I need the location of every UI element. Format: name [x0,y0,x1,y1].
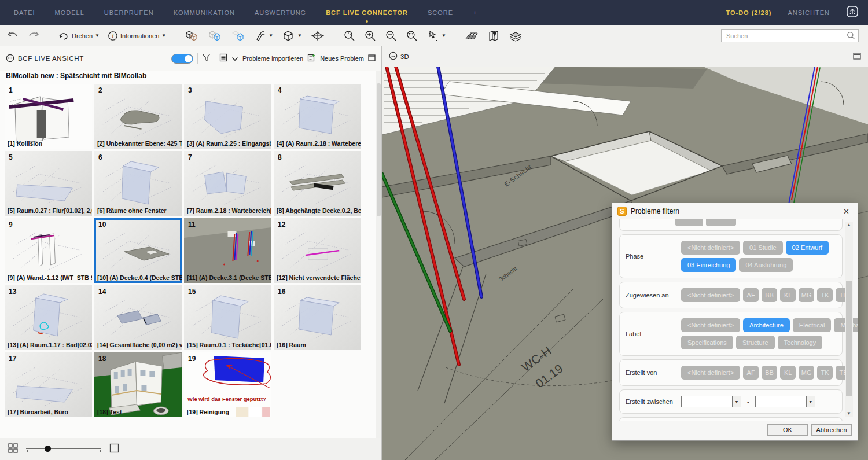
filter-pill-technology[interactable]: Technology [778,336,823,349]
spray-button[interactable]: ▼ [252,29,275,43]
filter-pill-tk[interactable]: TK [817,288,833,302]
zoom-in-icon[interactable] [362,29,378,43]
filter-pill-mg[interactable]: MG [799,366,814,380]
zoom-out-icon[interactable] [383,29,399,43]
filter-pill-04-ausf-hrung[interactable]: 04 Ausführung [739,258,793,272]
filter-pill-kl[interactable]: KL [780,288,796,302]
ok-button[interactable]: OK [767,424,808,436]
select-cubes-icon[interactable] [205,29,224,43]
issue-caption: [11] (A) Decke.3.1 (Decke STB 2 [184,274,271,283]
zoom-window-icon[interactable] [404,29,420,43]
issue-thumbnail-14[interactable]: 14[14] Gesamtfläche (0,00 m2) vö [94,285,182,350]
issue-thumbnail-17[interactable]: 17[17] Büroarbeit, Büro [5,352,92,417]
menu-item-bcf-live-connector[interactable]: BCF LIVE CONNECTOR [326,9,408,16]
filter-pill-tk[interactable]: TK [817,366,833,380]
redo-button[interactable] [25,30,42,42]
map-pin-icon[interactable] [486,29,502,43]
info-button[interactable]: i Informationen ▼ [106,30,168,42]
tab-3d[interactable]: 3D [389,51,409,61]
filter-pill-02-entwurf[interactable]: 02 Entwurf [786,241,829,255]
window-icon[interactable] [853,51,861,62]
issue-thumbnail-8[interactable]: 8[8] Abgehängte Decke.0.2, Belä [274,151,361,216]
filter-pill--nicht-definiert-[interactable]: <Nicht definiert> [681,318,740,332]
filter-pill-structure[interactable]: Structure [736,336,775,349]
view-cube-button[interactable]: ▼ [279,29,304,43]
pick-arrow-button[interactable]: ▼ [425,29,448,43]
thumbnail-size-slider[interactable] [26,444,101,454]
layers-icon[interactable] [506,29,525,43]
issue-thumbnail-11[interactable]: 11[11] (A) Decke.3.1 (Decke STB 2 [184,218,271,283]
issue-thumbnail-15[interactable]: 15[15] Raum.0.1 : Teeküche[01.08] [184,285,271,350]
menu-item-datei[interactable]: DATEI [14,9,35,16]
section-plane-icon[interactable] [308,29,327,43]
issue-thumbnail-2[interactable]: 2[2] Unbekannter Ebene: 425 TG [94,84,182,149]
filter-pill-af[interactable]: AF [743,366,759,380]
perspective-grid-icon[interactable] [462,29,481,43]
filter-pill-03-einreichung[interactable]: 03 Einreichung [681,258,736,272]
filter-pill-01-studie[interactable]: 01 Studie [743,241,782,255]
chevron-down-icon[interactable] [231,53,238,64]
live-toggle[interactable] [171,54,193,64]
issue-thumbnail-18[interactable]: 18[18] Test [94,352,182,417]
filter-pill-architecture[interactable]: Architecture [743,318,790,332]
undo-button[interactable] [5,30,21,42]
menu-item--[interactable]: + [473,9,477,16]
filter-icon[interactable] [202,53,211,64]
dialog-titlebar[interactable]: S Probleme filtern ✕ [612,203,858,219]
bimcollab-icon[interactable] [846,5,859,20]
issue-thumbnail-12[interactable]: 12[12] Nicht verwendete Fläche (1 [274,218,361,283]
panel-scrollbar[interactable] [376,71,381,438]
issue-thumbnail-13[interactable]: 13[13] (A) Raum.1.17 : Bad[02.03] [5,285,92,350]
zoom-fit-icon[interactable] [341,29,358,43]
date-from-input[interactable] [681,396,732,407]
scroll-up-icon[interactable]: ▲ [845,222,853,229]
issue-thumbnail-4[interactable]: 4[4] (A) Raum.2.18 : Wartebereich [274,84,361,149]
close-icon[interactable]: ✕ [840,206,852,217]
menu-item-modell[interactable]: MODELL [55,9,84,16]
highlight-cube-icon[interactable] [229,29,247,43]
import-issues-button[interactable]: Probleme importieren [242,55,303,62]
filter-pill-af[interactable]: AF [743,288,759,302]
menu-item-auswertung[interactable]: AUSWERTUNG [255,9,306,16]
svg-text:i: i [112,33,114,39]
section-label: Erstellt von [626,369,681,376]
issue-thumbnail-1[interactable]: 1[1] Kollision [5,84,92,149]
search-input[interactable] [721,29,859,42]
menu-item--berpr-fen[interactable]: ÜBERPRÜFEN [104,9,154,16]
rotate-button[interactable]: Drehen ▼ [56,30,101,42]
issue-thumbnail-9[interactable]: 9[9] (A) Wand.-1.12 (IWT_STB STB [5,218,92,283]
filter-pill-mg[interactable]: MG [799,288,814,302]
new-issue-button[interactable]: Neues Problem [320,55,364,62]
issue-thumbnail-10[interactable]: 10[10] (A) Decke.0.4 (Decke STB 3 [94,218,182,283]
menu-item-todo[interactable]: TO-DO (2/28) [726,9,771,16]
issue-thumbnail-16[interactable]: 16[16] Raum [274,285,361,350]
menu-item-ansichten[interactable]: ANSICHTEN [788,9,830,16]
chevron-down-icon[interactable]: ▼ [806,396,815,407]
grid-view-icon[interactable] [8,443,18,455]
filter-pill--nicht-definiert-[interactable]: <Nicht definiert> [681,366,740,380]
menu-item-score[interactable]: SCORE [428,9,453,16]
issue-thumbnail-7[interactable]: 7[7] Raum.2.18 : Wartebereich[5. [184,151,271,216]
dialog-scrollbar[interactable]: ▲ ▼ [845,222,853,417]
filter-pill-specifications[interactable]: Specifications [681,336,733,349]
filter-pill-kl[interactable]: KL [780,366,796,380]
compare-cubes-icon[interactable] [182,29,201,43]
issue-thumbnail-5[interactable]: 5[5] Raum.0.27 : Flur[01.02], 2,00 [5,151,92,216]
chevron-down-icon[interactable]: ▼ [732,396,741,407]
menu-item-kommunikation[interactable]: KOMMUNIKATION [174,9,235,16]
cancel-button[interactable]: Abbrechen [811,424,852,436]
large-thumbnail-icon[interactable] [109,443,119,455]
scrollbar-thumb[interactable] [846,281,852,396]
scroll-down-icon[interactable]: ▼ [845,410,853,417]
filter-pill-bb[interactable]: BB [762,288,777,302]
detach-window-icon[interactable] [368,53,376,64]
issue-thumbnail-3[interactable]: 3[3] (A) Raum.2.25 : Eingangsber [184,84,271,149]
filter-pill--nicht-definiert-[interactable]: <Nicht definiert> [681,241,740,255]
filter-pill-bb[interactable]: BB [762,366,777,380]
filter-pill--nicht-definiert-[interactable]: <Nicht definiert> [681,288,740,302]
date-to-input[interactable] [755,396,806,407]
filter-pill-electrical[interactable]: Electrical [793,318,832,332]
issue-thumbnail-19[interactable]: Wie wird das Fenster geputzt?19[19] Rein… [184,352,271,417]
list-view-icon[interactable] [219,53,227,64]
issue-thumbnail-6[interactable]: 6[6] Räume ohne Fenster [94,151,182,216]
